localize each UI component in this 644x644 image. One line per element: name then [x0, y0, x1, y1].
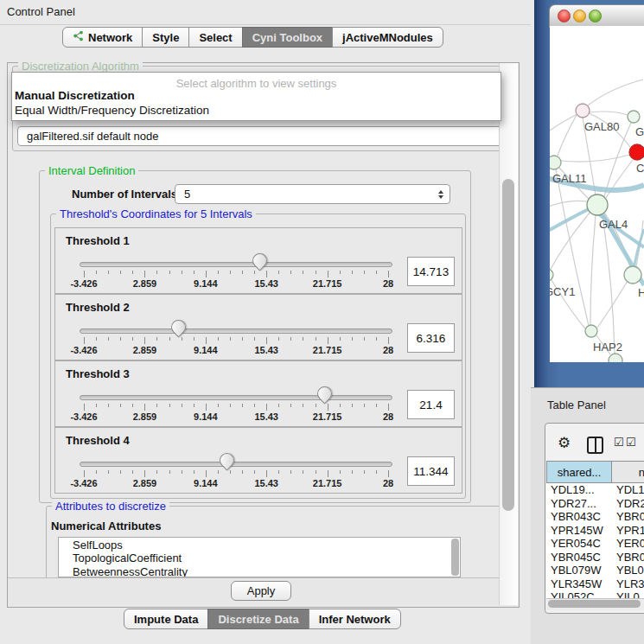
- network-edge[interactable]: [561, 155, 630, 162]
- list-scrollbar[interactable]: [451, 539, 459, 576]
- network-view-canvas[interactable]: GAL80GACGAL11GAL4GCY1HHAP2: [550, 26, 644, 362]
- table-row[interactable]: YBL079WYBL0: [546, 564, 644, 577]
- cell-shared-name[interactable]: YBL079W: [546, 564, 616, 577]
- threshold-value-field[interactable]: 11.344: [407, 456, 455, 486]
- tab-label: Cyni Toolbox: [252, 31, 322, 44]
- slider-thumb[interactable]: [315, 383, 335, 404]
- cell-shared-name[interactable]: YIL052C: [546, 590, 616, 598]
- slider-tick: [156, 404, 157, 407]
- tab-discretize-data[interactable]: Discretize Data: [207, 609, 309, 629]
- cell-name[interactable]: YIL0: [616, 590, 640, 598]
- cell-shared-name[interactable]: YDL19...: [546, 483, 616, 496]
- slider-tick: [206, 271, 207, 277]
- network-edge[interactable]: [556, 169, 589, 326]
- column-header-shared-name[interactable]: shared...: [546, 461, 612, 483]
- number-of-intervals-combobox[interactable]: 5: [175, 184, 450, 204]
- popup-option-equal-width[interactable]: Equal Width/Frequency Discretization: [15, 104, 209, 117]
- cell-name[interactable]: YBR0: [616, 510, 644, 523]
- attribute-item[interactable]: TopologicalCoefficient: [59, 552, 460, 564]
- numerical-attributes-list[interactable]: SelfLoopsTopologicalCoefficientBetweenne…: [58, 537, 461, 577]
- network-node[interactable]: [624, 266, 641, 284]
- network-node[interactable]: [550, 156, 561, 169]
- table-row[interactable]: YER054CYER0: [546, 537, 644, 551]
- table-data-combobox[interactable]: galFiltered.sif default node: [17, 126, 515, 146]
- table-row[interactable]: YBR045CYBR0: [546, 551, 644, 564]
- network-node[interactable]: [587, 194, 608, 215]
- network-edge[interactable]: [550, 201, 587, 207]
- column-header-name[interactable]: na: [611, 461, 644, 483]
- cell-shared-name[interactable]: YPR145W: [546, 524, 616, 537]
- checkbox-icon[interactable]: ☑: [614, 436, 624, 449]
- tab-network[interactable]: Network: [62, 27, 143, 48]
- slider-tick: [206, 470, 207, 477]
- cell-name[interactable]: YPR1: [616, 524, 644, 537]
- network-edge[interactable]: [590, 112, 628, 115]
- threshold-value-field[interactable]: 6.316: [407, 323, 455, 353]
- tab-infer-network[interactable]: Infer Network: [309, 609, 401, 629]
- table-body: YDL19...YDL1YDR27...YDR2YBR043CYBR0YPR14…: [546, 483, 644, 598]
- cell-shared-name[interactable]: YER054C: [546, 537, 616, 550]
- cell-shared-name[interactable]: YLR345W: [546, 577, 616, 590]
- slider-tick-label: 9.144: [194, 478, 218, 488]
- table-row[interactable]: YPR145WYPR1: [546, 524, 644, 538]
- cell-shared-name[interactable]: YBR045C: [546, 551, 616, 564]
- table-row[interactable]: YLR345WYLR3: [546, 577, 644, 591]
- cell-name[interactable]: YLR3: [616, 577, 644, 590]
- network-node[interactable]: [576, 104, 590, 118]
- attribute-item[interactable]: BetweennessCentrality: [59, 565, 460, 577]
- table-row[interactable]: YIL052CYIL0: [546, 590, 644, 598]
- network-edge[interactable]: [558, 115, 577, 156]
- network-node[interactable]: [629, 144, 644, 160]
- threshold-slider[interactable]: -3.4262.8599.14415.4321.71528: [80, 295, 392, 360]
- table-row[interactable]: YBR043CYBR0: [546, 510, 644, 524]
- table-hscrollbar-thumb[interactable]: [548, 600, 641, 608]
- slider-thumb[interactable]: [217, 450, 238, 470]
- threshold-slider[interactable]: -3.4262.8599.14415.4321.71528: [80, 428, 392, 493]
- minimize-traffic-light-icon[interactable]: [573, 10, 586, 22]
- cell-name[interactable]: YDL1: [616, 483, 644, 496]
- popup-option-manual[interactable]: Manual Discretization: [15, 89, 135, 102]
- checkbox-icon[interactable]: ☑: [626, 436, 636, 449]
- threshold-slider[interactable]: -3.4262.8599.14415.4321.71528: [80, 361, 392, 426]
- table-row[interactable]: YDL19...YDL1: [546, 483, 644, 497]
- threshold-value-field[interactable]: 21.4: [407, 390, 455, 419]
- gear-icon[interactable]: ⚙: [558, 434, 571, 452]
- network-node[interactable]: [585, 325, 597, 337]
- tab-jactivemnodules[interactable]: jActiveMNodules: [332, 27, 443, 48]
- cell-name[interactable]: YDR2: [616, 497, 644, 510]
- tab-select[interactable]: Select: [188, 27, 242, 48]
- slider-tick: [352, 271, 353, 274]
- network-edge-highlighted[interactable]: [634, 229, 644, 271]
- tab-impute-data[interactable]: Impute Data: [124, 609, 208, 629]
- cell-name[interactable]: YBR0: [616, 551, 644, 564]
- close-traffic-light-icon[interactable]: [558, 10, 571, 22]
- network-node[interactable]: [609, 354, 622, 362]
- slider-tick: [278, 404, 279, 407]
- slider-tick: [182, 337, 182, 341]
- attribute-item[interactable]: SelfLoops: [59, 539, 460, 552]
- cell-name[interactable]: YER0: [616, 537, 644, 550]
- threshold-panel-1: Threshold 1 -3.4262.8599.14415.4321.7152…: [54, 227, 462, 294]
- slider-tick: [230, 337, 231, 341]
- table-row[interactable]: YDR27...YDR2: [546, 497, 644, 511]
- tab-cyni-toolbox[interactable]: Cyni Toolbox: [242, 27, 333, 48]
- network-node[interactable]: [628, 111, 640, 123]
- network-edge[interactable]: [590, 215, 596, 325]
- network-edge[interactable]: [588, 80, 643, 105]
- slider-tick: [218, 470, 219, 474]
- slider-thumb[interactable]: [250, 250, 271, 271]
- content-scrollbar-thumb[interactable]: [502, 179, 514, 511]
- cell-name[interactable]: YBL0: [616, 564, 644, 577]
- threshold-value-field[interactable]: 14.713: [407, 257, 455, 286]
- network-edge[interactable]: [550, 114, 577, 133]
- slider-thumb[interactable]: [169, 316, 189, 337]
- cell-shared-name[interactable]: YDR27...: [546, 497, 616, 510]
- apply-button[interactable]: Apply: [231, 581, 291, 601]
- tab-style[interactable]: Style: [142, 27, 189, 48]
- zoom-traffic-light-icon[interactable]: [589, 10, 602, 22]
- threshold-slider[interactable]: -3.4262.8599.14415.4321.71528: [80, 228, 392, 293]
- network-node[interactable]: [550, 269, 553, 281]
- columns-icon[interactable]: [587, 437, 603, 454]
- network-edge[interactable]: [597, 281, 628, 328]
- cell-shared-name[interactable]: YBR043C: [546, 510, 616, 523]
